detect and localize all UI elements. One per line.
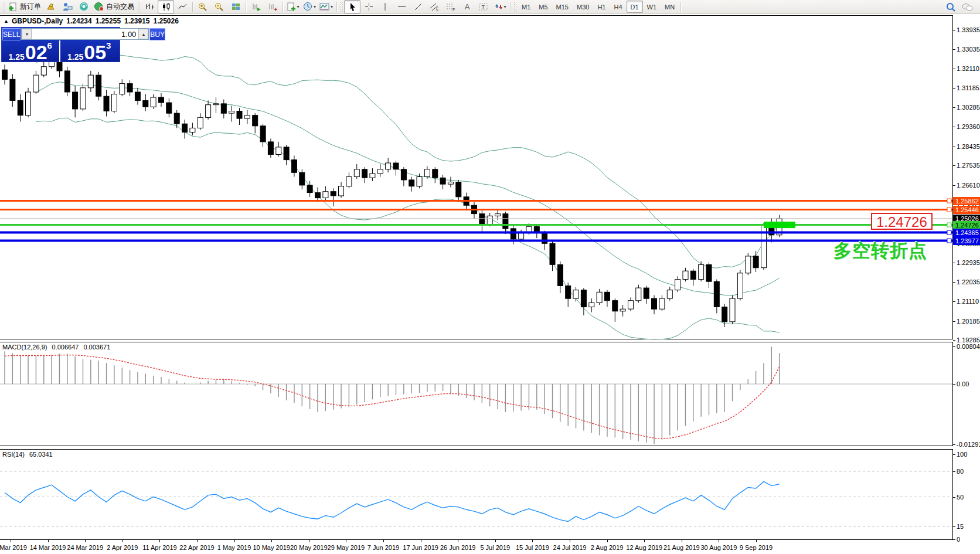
zoom-in-button[interactable] — [195, 0, 211, 13]
axis-tick-label: 1.27535 — [953, 161, 980, 169]
date-tick — [159, 540, 160, 542]
date-label: 22 Apr 2019 — [179, 544, 214, 551]
profiles-button[interactable]: ▾ — [301, 0, 318, 13]
new-chart-button[interactable]: ▾ — [285, 0, 301, 13]
toolbar-grip[interactable] — [513, 2, 516, 12]
axis-tick-label: 50 — [953, 493, 964, 501]
price-axis: 1.339351.330351.321101.311851.302851.293… — [953, 0, 980, 554]
axis-tick-label: 1.32110 — [953, 64, 979, 73]
collapse-panel-icon[interactable]: ▲ — [4, 18, 9, 24]
date-tick — [682, 540, 682, 542]
timeframe-mn-button[interactable]: MN — [661, 1, 679, 13]
date-tick — [756, 540, 757, 542]
axis-tick-label: 0.00 — [953, 380, 969, 388]
horizontal-line-tool-button[interactable] — [393, 0, 410, 13]
timeframe-m30-button[interactable]: M30 — [573, 1, 593, 13]
toolbar-grip[interactable] — [2, 2, 5, 12]
date-label: 6 Mar 2019 — [0, 544, 27, 551]
macd-label: MACD(12,26,9) 0.006647 0.003671 — [2, 344, 113, 351]
sell-button[interactable]: SELL — [2, 28, 21, 40]
main-chart-panel[interactable] — [0, 15, 953, 339]
volume-control: ▼ ▲ — [21, 28, 149, 40]
axis-tick-label: 1.33935 — [953, 26, 980, 34]
zoom-out-button[interactable] — [211, 0, 227, 13]
timeframe-m15-button[interactable]: M15 — [552, 1, 573, 13]
toolbar-grip[interactable] — [137, 2, 140, 12]
macd-signal-value: 0.003671 — [83, 344, 110, 351]
turning-point-note[interactable]: 多空转折点 — [833, 239, 927, 263]
rsi-panel[interactable] — [0, 449, 953, 540]
trendline-tool-button[interactable] — [410, 0, 426, 13]
toolbar: 新订单 自动交易 ▾ ▾ ▾ — [0, 0, 980, 14]
volume-input[interactable] — [32, 29, 138, 39]
channel-tool-button[interactable]: E — [426, 0, 443, 13]
date-tick — [719, 540, 719, 542]
auto-trading-button[interactable]: 自动交易 — [92, 0, 136, 13]
date-label: 7 Jun 2019 — [368, 544, 399, 551]
sell-price[interactable]: 1.25 02 6 — [2, 40, 60, 62]
candlestick-chart-button[interactable] — [158, 0, 174, 13]
date-tick — [644, 540, 645, 542]
volume-down-button[interactable]: ▼ — [22, 29, 32, 39]
community-button[interactable] — [959, 0, 975, 13]
tile-windows-button[interactable] — [227, 0, 244, 13]
vertical-line-tool-button[interactable] — [377, 0, 393, 13]
date-tick — [48, 540, 49, 542]
sell-price-big: 02 — [25, 45, 47, 61]
chart-shift-button[interactable] — [264, 0, 281, 13]
chart-title: ▲ GBPUSD-,Daily 1.24234 1.25255 1.23915 … — [4, 17, 182, 25]
timeframe-m5-button[interactable]: M5 — [535, 1, 552, 13]
toolbar-separator — [192, 2, 193, 12]
fibonacci-tool-button[interactable]: F — [443, 0, 459, 13]
date-label: 10 May 2019 — [253, 544, 290, 551]
macd-panel[interactable] — [0, 342, 953, 446]
axis-tick-label: 0 — [953, 535, 960, 543]
arrows-shapes-icon — [494, 2, 503, 12]
timeframe-m1-button[interactable]: M1 — [518, 1, 535, 13]
market-watch-button[interactable] — [43, 0, 59, 13]
bar-chart-button[interactable] — [141, 0, 158, 13]
auto-trading-icon — [94, 2, 104, 12]
signals-button[interactable] — [76, 0, 92, 13]
line-chart-button[interactable] — [174, 0, 190, 13]
expert-person-icon — [62, 2, 73, 12]
volume-up-button[interactable]: ▲ — [138, 29, 148, 39]
search-button[interactable] — [942, 0, 959, 13]
sell-price-sup: 6 — [47, 41, 52, 50]
timeframe-w1-button[interactable]: W1 — [643, 1, 661, 13]
timeframe-h1-button[interactable]: H1 — [593, 1, 610, 13]
axis-tick-label: 1.26610 — [953, 181, 980, 189]
open-value: 1.24234 — [66, 17, 91, 25]
axis-tick-label: 1.31185 — [953, 84, 979, 92]
price-label-box[interactable]: 1.24726 — [871, 213, 933, 230]
horizontal-line-icon — [397, 2, 407, 12]
new-order-button[interactable]: 新订单 — [6, 0, 43, 13]
date-label: 21 Aug 2019 — [663, 544, 700, 551]
buy-button[interactable]: BUY — [149, 28, 165, 40]
dropdown-arrow-icon: ▾ — [331, 4, 333, 9]
templates-button[interactable]: ▾ — [318, 0, 335, 13]
timeframe-h4-button[interactable]: H4 — [610, 1, 626, 13]
auto-scroll-button[interactable] — [248, 0, 264, 13]
timeframe-d1-button[interactable]: D1 — [627, 1, 643, 13]
svg-text:T: T — [482, 4, 485, 10]
zoom-in-icon — [198, 2, 208, 12]
axis-tick-label: 1.29360 — [953, 123, 980, 131]
crosshair-tool-button[interactable] — [360, 0, 377, 13]
axis-tick-label: 100 — [953, 450, 967, 458]
date-label: 17 Jun 2019 — [403, 544, 438, 551]
text-tool-button[interactable]: A — [459, 0, 475, 13]
cursor-tool-button[interactable] — [344, 0, 360, 13]
text-label-tool-button[interactable]: T — [475, 0, 492, 13]
terminal-button[interactable] — [59, 0, 76, 13]
axis-tick-label: 1.22035 — [953, 278, 980, 286]
axis-tick-label: 0.008044 — [953, 342, 980, 351]
toolbar-grip[interactable] — [340, 2, 343, 12]
arrows-tool-button[interactable]: ▾ — [492, 0, 508, 13]
high-value: 1.25255 — [96, 17, 121, 25]
date-tick — [197, 540, 198, 542]
buy-price[interactable]: 1.25 05 3 — [60, 40, 119, 62]
low-value: 1.23915 — [124, 17, 149, 25]
price-badge: 1.24726 — [953, 221, 980, 229]
equidistant-channel-icon: E — [429, 2, 440, 12]
